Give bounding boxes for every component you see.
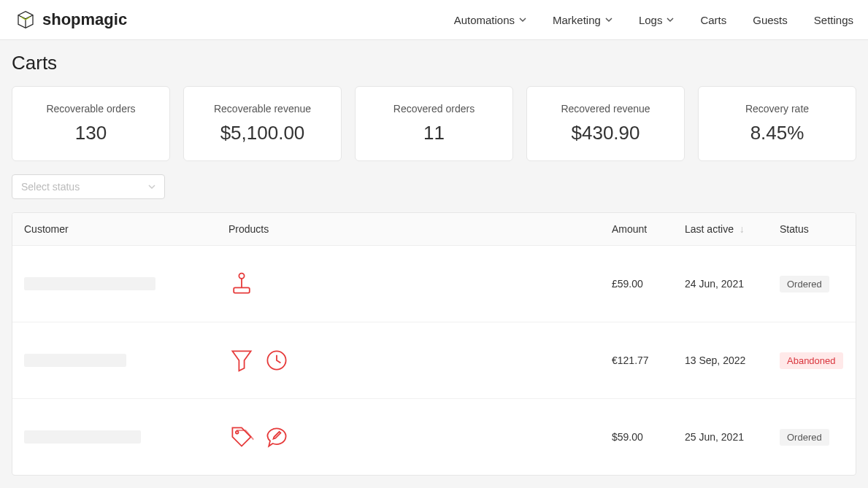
speech-pencil-icon	[264, 424, 290, 450]
clock-icon	[264, 347, 290, 373]
stat-value: 130	[20, 122, 162, 144]
nav-marketing[interactable]: Marketing	[553, 14, 612, 26]
chevron-down-icon	[667, 16, 674, 23]
carts-table: Customer Products Amount Last active ↓ S…	[12, 212, 856, 476]
status-badge: Ordered	[780, 429, 829, 446]
stat-recovered-orders: Recovered orders 11	[355, 86, 513, 161]
nav-automations-label: Automations	[454, 14, 515, 26]
topbar: shopmagic Automations Marketing Logs Car…	[0, 0, 868, 40]
stats-row: Recoverable orders 130 Recoverable reven…	[12, 86, 856, 161]
stat-recovery-rate: Recovery rate 8.45%	[698, 86, 856, 161]
stat-label: Recovered orders	[363, 103, 505, 115]
chevron-down-icon	[605, 16, 612, 23]
sort-down-icon: ↓	[740, 223, 745, 235]
table-row[interactable]: £59.00 24 Jun, 2021 Ordered	[12, 246, 856, 322]
page-content: Carts Recoverable orders 130 Recoverable…	[0, 40, 868, 487]
tags-icon	[228, 424, 255, 450]
svg-rect-2	[234, 287, 250, 293]
stat-recovered-revenue: Recovered revenue $430.90	[526, 86, 685, 161]
stat-value: $430.90	[534, 122, 677, 144]
nav-automations[interactable]: Automations	[454, 14, 526, 26]
stat-recoverable-orders: Recoverable orders 130	[12, 86, 170, 161]
nav-settings[interactable]: Settings	[814, 14, 853, 26]
stat-label: Recoverable orders	[20, 103, 162, 115]
col-lastactive-header[interactable]: Last active ↓	[673, 213, 768, 246]
product-icons	[228, 347, 588, 373]
customer-redacted	[24, 430, 141, 444]
lastactive-cell: 25 Jun, 2021	[673, 399, 768, 476]
filter-row: Select status	[12, 174, 856, 199]
amount-cell: $59.00	[600, 399, 673, 476]
nav-settings-label: Settings	[814, 14, 853, 26]
status-filter-select[interactable]: Select status	[12, 174, 165, 199]
lastactive-cell: 24 Jun, 2021	[673, 246, 768, 322]
col-status-header[interactable]: Status	[768, 213, 856, 246]
main-nav: Automations Marketing Logs Carts Guests …	[454, 14, 853, 26]
customer-redacted	[24, 354, 126, 367]
amount-cell: £59.00	[600, 246, 673, 322]
col-amount-header[interactable]: Amount	[600, 213, 673, 246]
product-icons	[228, 271, 588, 297]
col-customer-header[interactable]: Customer	[12, 213, 217, 246]
product-icons	[228, 424, 588, 450]
nav-guests-label: Guests	[753, 14, 788, 26]
funnel-icon	[228, 347, 255, 373]
stat-value: $5,100.00	[191, 122, 334, 144]
nav-logs-label: Logs	[639, 14, 663, 26]
nav-carts-label: Carts	[700, 14, 726, 26]
stat-label: Recovered revenue	[534, 103, 677, 115]
svg-point-0	[239, 274, 244, 279]
svg-point-4	[236, 431, 239, 434]
brand-logo: shopmagic	[15, 9, 127, 31]
col-products-header[interactable]: Products	[217, 213, 600, 246]
nav-guests[interactable]: Guests	[753, 14, 788, 26]
nav-marketing-label: Marketing	[553, 14, 601, 26]
chevron-down-icon	[148, 183, 155, 190]
lastactive-cell: 13 Sep, 2022	[673, 322, 768, 399]
page-title: Carts	[12, 52, 856, 74]
status-filter-placeholder: Select status	[21, 181, 80, 193]
stat-value: 8.45%	[706, 122, 848, 144]
status-badge: Ordered	[780, 276, 829, 293]
brand-name: shopmagic	[42, 10, 127, 29]
nav-carts[interactable]: Carts	[700, 14, 726, 26]
customer-redacted	[24, 277, 155, 290]
table-row[interactable]: €121.77 13 Sep, 2022 Abandoned	[12, 322, 856, 399]
nav-logs[interactable]: Logs	[639, 14, 675, 26]
stat-recoverable-revenue: Recoverable revenue $5,100.00	[183, 86, 342, 161]
stat-label: Recovery rate	[706, 103, 848, 115]
stat-label: Recoverable revenue	[191, 103, 334, 115]
joystick-icon	[228, 271, 255, 297]
table-row[interactable]: $59.00 25 Jun, 2021 Ordered	[12, 399, 856, 476]
stat-value: 11	[363, 122, 505, 144]
col-lastactive-label: Last active	[685, 223, 734, 235]
brand-logo-icon	[15, 9, 37, 31]
chevron-down-icon	[519, 16, 526, 23]
amount-cell: €121.77	[600, 322, 673, 399]
status-badge: Abandoned	[780, 352, 843, 369]
